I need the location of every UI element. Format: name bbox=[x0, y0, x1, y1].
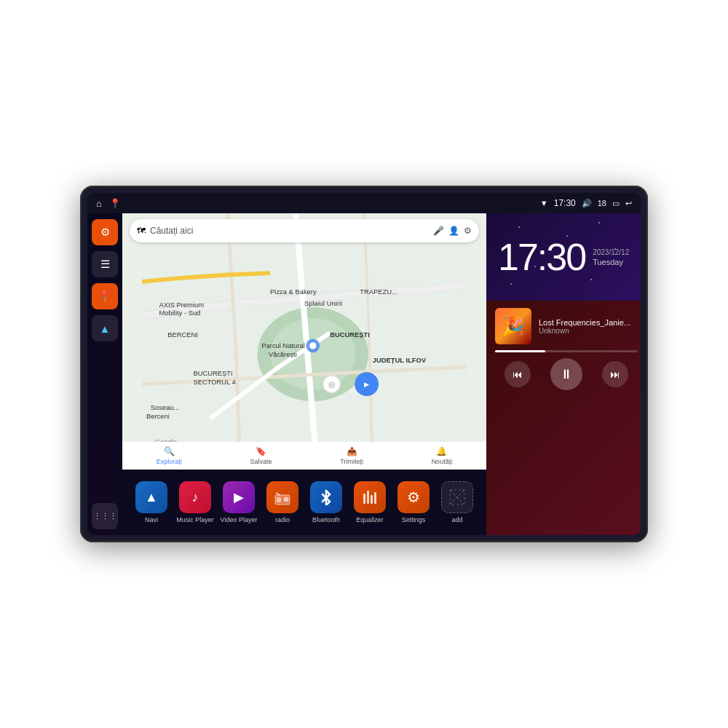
svg-line-38 bbox=[451, 491, 464, 504]
sidebar-item-navigation[interactable]: ▲ bbox=[92, 315, 118, 341]
main-area: ⚙ ☰ 📍 ▲ ⋮⋮⋮ bbox=[87, 213, 641, 535]
add-icon bbox=[441, 481, 473, 513]
device-screen: ⌂ 📍 ▼ 17:30 🔊 18 ▭ ↩ ⚙ ☰ bbox=[87, 193, 641, 535]
mic-icon[interactable]: 🎤 bbox=[433, 226, 444, 236]
send-label: Trimiteți bbox=[340, 458, 363, 465]
app-radio[interactable]: radio bbox=[261, 481, 304, 523]
radio-label: radio bbox=[275, 516, 290, 523]
app-equalizer[interactable]: Equalizer bbox=[348, 481, 392, 523]
sidebar-item-files[interactable]: ☰ bbox=[92, 251, 118, 277]
app-navi[interactable]: ▲ Navi bbox=[130, 481, 173, 523]
app-bluetooth[interactable]: Bluetooth bbox=[304, 481, 348, 523]
svg-rect-30 bbox=[367, 491, 369, 504]
clock-year: 2023/12/12 bbox=[593, 248, 629, 256]
app-settings[interactable]: ⚙ Settings bbox=[392, 481, 435, 523]
back-icon[interactable]: ↩ bbox=[625, 199, 632, 208]
svg-text:Parcul Natural: Parcul Natural bbox=[261, 342, 304, 349]
svg-text:◎: ◎ bbox=[328, 380, 336, 389]
sidebar-item-maps[interactable]: 📍 bbox=[92, 283, 118, 309]
video-label: Video Player bbox=[221, 516, 258, 523]
music-title: Lost Frequencies_Janie... bbox=[539, 318, 638, 327]
album-art-image: 🎉 bbox=[502, 316, 524, 336]
svg-rect-31 bbox=[371, 495, 373, 504]
location-icon[interactable]: 📍 bbox=[109, 198, 121, 209]
svg-text:BUCUREȘTI: BUCUREȘTI bbox=[330, 331, 370, 339]
svg-text:Văcărești: Văcărești bbox=[269, 351, 297, 358]
news-icon: 🔔 bbox=[436, 446, 447, 456]
bluetooth-icon bbox=[310, 481, 342, 513]
svg-text:►: ► bbox=[363, 379, 371, 389]
prev-button[interactable]: ⏮ bbox=[505, 361, 531, 387]
svg-point-28 bbox=[285, 499, 287, 500]
battery-icon: ▭ bbox=[612, 199, 620, 208]
album-art: 🎉 bbox=[495, 308, 531, 344]
map-search-bar[interactable]: 🗺 Căutați aici 🎤 👤 ⚙ bbox=[130, 219, 479, 242]
prev-icon: ⏮ bbox=[513, 368, 523, 380]
navi-icon: ▲ bbox=[135, 481, 167, 513]
svg-rect-29 bbox=[363, 494, 365, 504]
app-add[interactable]: add bbox=[435, 481, 479, 523]
wifi-icon: ▼ bbox=[540, 199, 548, 207]
equalizer-icon bbox=[354, 481, 386, 513]
map-bottom-bar: 🔍 Explorați 🔖 Salvate 📤 Trimiteți � bbox=[122, 442, 486, 470]
explore-label: Explorați bbox=[157, 458, 182, 465]
map-background: BERCENI BUCUREȘTI BUCUREȘTI SECTORUL 4 J… bbox=[122, 213, 486, 470]
radio-icon bbox=[266, 481, 298, 513]
map-saved-btn[interactable]: 🔖 Salvate bbox=[250, 446, 272, 465]
app-music[interactable]: ♪ Music Player bbox=[173, 481, 217, 523]
svg-text:Soseau...: Soseau... bbox=[151, 404, 180, 411]
svg-text:Pizza & Bakery: Pizza & Bakery bbox=[270, 288, 317, 296]
video-icon: ▶ bbox=[223, 481, 255, 513]
music-progress-fill bbox=[495, 350, 545, 352]
search-text: Căutați aici bbox=[150, 226, 429, 236]
music-progress-bar[interactable] bbox=[495, 350, 638, 352]
clock-day: Tuesday bbox=[593, 258, 629, 266]
svg-text:Berceni: Berceni bbox=[146, 413, 170, 420]
music-artist: Unknown bbox=[539, 327, 638, 335]
music-text: Lost Frequencies_Janie... Unknown bbox=[539, 318, 638, 335]
send-icon: 📤 bbox=[347, 446, 357, 456]
map-send-btn[interactable]: 📤 Trimiteți bbox=[340, 446, 363, 465]
battery-level: 18 bbox=[598, 199, 606, 207]
music-info: 🎉 Lost Frequencies_Janie... Unknown bbox=[495, 308, 638, 344]
pause-icon: ⏸ bbox=[560, 367, 573, 382]
status-right: ▼ 17:30 🔊 18 ▭ ↩ bbox=[540, 198, 632, 208]
svg-text:BERCENI: BERCENI bbox=[167, 331, 198, 339]
svg-point-19 bbox=[309, 342, 316, 349]
svg-text:BUCUREȘTI: BUCUREȘTI bbox=[193, 370, 232, 377]
status-time: 17:30 bbox=[554, 198, 576, 208]
settings-app-icon: ⚙ bbox=[397, 481, 430, 513]
svg-rect-26 bbox=[277, 497, 281, 502]
settings-label: Settings bbox=[402, 516, 426, 523]
saved-icon: 🔖 bbox=[256, 446, 266, 456]
svg-text:TRAPEZU...: TRAPEZU... bbox=[360, 288, 397, 296]
sidebar-item-allapps[interactable]: ⋮⋮⋮ bbox=[92, 503, 118, 529]
music-widget: 🎉 Lost Frequencies_Janie... Unknown ⏮ bbox=[486, 301, 641, 535]
clock-widget: 17:30 2023/12/12 Tuesday bbox=[486, 213, 641, 301]
settings-map-icon[interactable]: ⚙ bbox=[464, 226, 472, 236]
google-maps-icon: 🗺 bbox=[137, 226, 146, 236]
play-pause-button[interactable]: ⏸ bbox=[550, 358, 582, 390]
explore-icon: 🔍 bbox=[164, 446, 175, 456]
svg-text:AXIS Premium: AXIS Premium bbox=[159, 301, 205, 309]
next-button[interactable]: ⏭ bbox=[602, 361, 628, 387]
right-panel: 17:30 2023/12/12 Tuesday 🎉 Lost Frequenc… bbox=[486, 213, 641, 535]
map-news-btn[interactable]: 🔔 Noutăți bbox=[432, 446, 453, 465]
status-left: ⌂ 📍 bbox=[96, 198, 121, 209]
app-grid: ▲ Navi ♪ Music Player ▶ Vid bbox=[122, 470, 486, 535]
sidebar-item-settings[interactable]: ⚙ bbox=[92, 219, 118, 245]
center-area: BERCENI BUCUREȘTI BUCUREȘTI SECTORUL 4 J… bbox=[122, 213, 486, 535]
app-video[interactable]: ▶ Video Player bbox=[217, 481, 261, 523]
files-icon: ☰ bbox=[100, 258, 110, 271]
home-icon[interactable]: ⌂ bbox=[96, 198, 102, 209]
svg-rect-32 bbox=[374, 492, 376, 504]
clock-date: 2023/12/12 Tuesday bbox=[593, 248, 629, 266]
map-widget[interactable]: BERCENI BUCUREȘTI BUCUREȘTI SECTORUL 4 J… bbox=[122, 213, 486, 470]
saved-label: Salvate bbox=[250, 458, 272, 465]
music-controls: ⏮ ⏸ ⏭ bbox=[495, 358, 638, 390]
map-explore-btn[interactable]: 🔍 Explorați bbox=[157, 446, 182, 465]
navi-label: Navi bbox=[145, 516, 158, 523]
profile-icon[interactable]: 👤 bbox=[448, 226, 459, 236]
svg-text:Splaiul Unirii: Splaiul Unirii bbox=[304, 300, 342, 307]
device: ⌂ 📍 ▼ 17:30 🔊 18 ▭ ↩ ⚙ ☰ bbox=[80, 186, 648, 542]
